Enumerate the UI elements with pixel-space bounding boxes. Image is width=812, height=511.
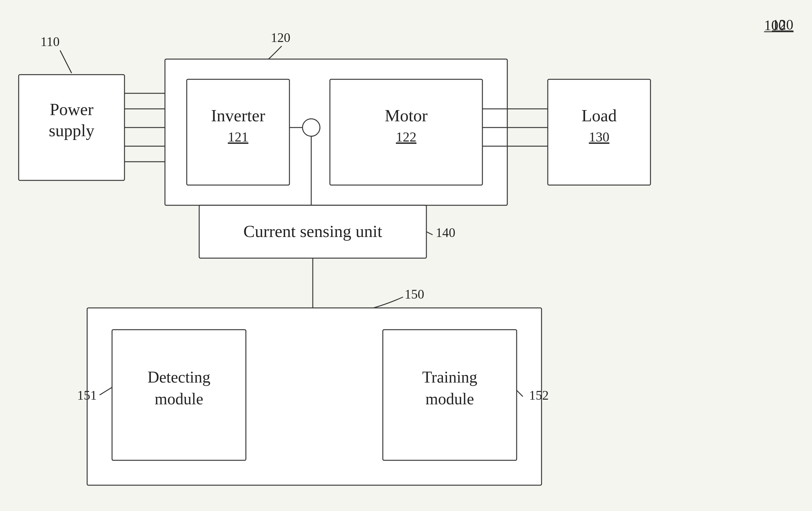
ref-152-label: 152	[529, 388, 549, 402]
power-supply-label1: Power	[50, 100, 94, 119]
ref-140-leader	[426, 232, 433, 235]
diagram-container: 120 110 Power supply 120 Inverter 121	[0, 0, 812, 511]
ref-130-label: 130	[589, 129, 609, 145]
detecting-module-label2: module	[155, 390, 203, 408]
inverter-label: Inverter	[211, 106, 265, 125]
training-module-label1: Training	[422, 368, 477, 386]
ref-140-label: 140	[436, 226, 455, 240]
load-label: Load	[581, 106, 616, 125]
csu-label: Current sensing unit	[243, 222, 382, 241]
ref-150-leader	[374, 297, 403, 308]
ref-122-label: 122	[396, 129, 416, 145]
detecting-module-label1: Detecting	[147, 368, 210, 386]
ref-151-label: 151	[77, 388, 97, 402]
training-module-label2: module	[426, 390, 474, 408]
ref-110-leader	[60, 50, 71, 73]
motor-label: Motor	[385, 106, 428, 125]
ref-121-label: 121	[228, 129, 249, 145]
ref-150-label: 150	[405, 287, 424, 301]
power-supply-label2: supply	[49, 121, 95, 140]
ref-120-label: 120	[271, 30, 290, 45]
junction-circle	[302, 119, 320, 136]
ref-110-label: 110	[40, 34, 59, 49]
main-ref-100: 100	[764, 18, 786, 33]
